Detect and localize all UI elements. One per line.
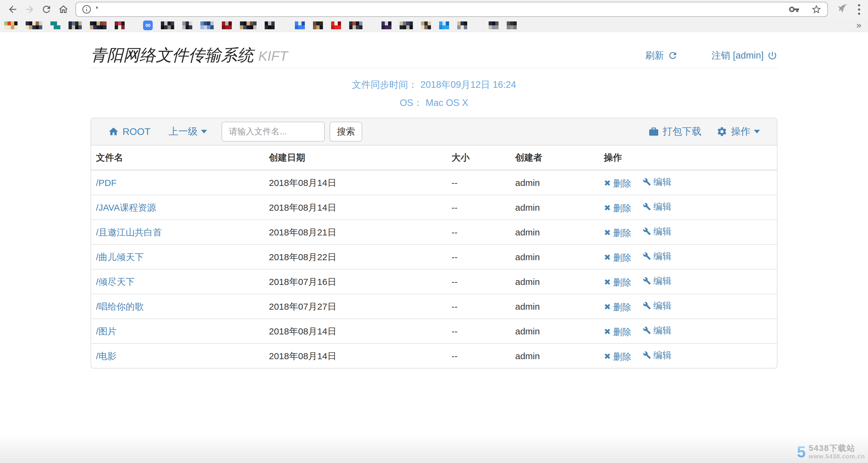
reload-button[interactable] bbox=[38, 1, 55, 18]
search-input[interactable] bbox=[221, 122, 325, 142]
delete-link[interactable]: ✖ 删除 bbox=[604, 302, 631, 312]
briefcase-icon bbox=[648, 126, 659, 137]
bookmark-item[interactable] bbox=[349, 22, 363, 29]
col-header-created-date: 创建日期 bbox=[264, 146, 447, 170]
chevron-down-icon bbox=[754, 130, 760, 133]
bookmark-item[interactable] bbox=[51, 22, 60, 29]
delete-link[interactable]: ✖ 删除 bbox=[604, 277, 631, 288]
os-label: OS： bbox=[400, 97, 423, 108]
edit-link[interactable]: 编辑 bbox=[643, 350, 672, 360]
bookmark-item[interactable] bbox=[200, 22, 214, 29]
bookmark-item[interactable] bbox=[222, 22, 232, 29]
bookmark-item[interactable] bbox=[240, 22, 256, 29]
bookmark-item[interactable]: 00 bbox=[143, 21, 153, 30]
parent-dir-button[interactable]: 上一级 bbox=[168, 125, 207, 138]
parent-dir-label: 上一级 bbox=[168, 125, 197, 138]
size-cell: -- bbox=[447, 319, 510, 343]
bookmark-item[interactable] bbox=[331, 22, 341, 29]
package-download-button[interactable]: 打包下载 bbox=[648, 125, 702, 138]
bottom-fade bbox=[0, 434, 868, 463]
file-name-link[interactable]: /PDF bbox=[96, 178, 117, 188]
edit-link[interactable]: 编辑 bbox=[643, 226, 672, 237]
edit-link[interactable]: 编辑 bbox=[643, 201, 672, 212]
home-button[interactable] bbox=[55, 1, 72, 18]
edit-link[interactable]: 编辑 bbox=[643, 300, 672, 311]
refresh-link[interactable]: 刷新 bbox=[645, 49, 678, 62]
root-button[interactable]: ROOT bbox=[108, 126, 150, 137]
wrench-icon bbox=[643, 351, 651, 359]
bookmark-item[interactable] bbox=[26, 22, 42, 29]
delete-x-icon: ✖ bbox=[604, 179, 611, 187]
password-key-icon[interactable] bbox=[788, 4, 800, 15]
file-browser-panel: ROOT 上一级 搜索 打包下载 操作 bbox=[91, 118, 777, 369]
site-watermark: 5 5438下载站 www.5438.com.cn bbox=[797, 444, 865, 459]
bookmark-item[interactable] bbox=[115, 22, 125, 29]
file-name-link[interactable]: /图片 bbox=[96, 326, 117, 336]
back-button[interactable] bbox=[4, 1, 21, 18]
wrench-icon bbox=[643, 326, 651, 334]
forward-arrow-icon bbox=[24, 4, 35, 15]
edit-link[interactable]: 编辑 bbox=[643, 177, 672, 187]
wrench-icon bbox=[643, 277, 651, 285]
bookmarks-bar: 00 » bbox=[0, 19, 868, 32]
edit-link[interactable]: 编辑 bbox=[643, 251, 672, 261]
col-header-size: 大小 bbox=[447, 146, 510, 170]
bookmark-item[interactable] bbox=[489, 22, 499, 29]
bookmark-item[interactable] bbox=[507, 22, 517, 29]
bookmark-item[interactable] bbox=[265, 22, 275, 29]
delete-link[interactable]: ✖ 删除 bbox=[604, 327, 631, 337]
delete-link[interactable]: ✖ 删除 bbox=[604, 203, 631, 213]
info-icon[interactable] bbox=[82, 4, 92, 14]
operations-button[interactable]: 操作 bbox=[716, 125, 760, 138]
address-bar[interactable]: ' bbox=[75, 2, 828, 17]
edit-link[interactable]: 编辑 bbox=[643, 276, 672, 286]
created-date-cell: 2018年08月22日 bbox=[264, 245, 447, 269]
site-name: 青阳网络文件传输系统 bbox=[91, 46, 253, 64]
home-icon bbox=[58, 4, 69, 15]
bookmark-item[interactable] bbox=[457, 22, 467, 29]
browser-menu-icon[interactable] bbox=[858, 4, 860, 15]
file-name-link[interactable]: /唱给你的歌 bbox=[96, 302, 144, 311]
bookmark-item[interactable] bbox=[90, 22, 106, 29]
file-name-link[interactable]: /JAVA课程资源 bbox=[96, 203, 156, 213]
creator-cell: admin bbox=[510, 170, 599, 195]
edit-label: 编辑 bbox=[653, 300, 672, 311]
file-name-link[interactable]: /且邀江山共白首 bbox=[96, 227, 162, 237]
refresh-icon bbox=[668, 51, 678, 61]
bookmark-item[interactable] bbox=[421, 22, 431, 29]
edit-link[interactable]: 编辑 bbox=[643, 325, 672, 336]
bookmark-item[interactable] bbox=[313, 22, 323, 29]
file-name-link[interactable]: /倾尽天下 bbox=[96, 277, 134, 287]
bookmark-item[interactable] bbox=[400, 22, 413, 29]
forward-button[interactable] bbox=[21, 1, 38, 18]
delete-link[interactable]: ✖ 删除 bbox=[604, 252, 631, 263]
logout-link[interactable]: 注销 [admin] bbox=[712, 49, 777, 62]
bookmark-item[interactable] bbox=[182, 22, 192, 29]
creator-cell: admin bbox=[510, 220, 599, 245]
file-name-link[interactable]: /曲儿倾天下 bbox=[96, 252, 144, 262]
table-header-row: 文件名 创建日期 大小 创建者 操作 bbox=[91, 146, 777, 170]
power-icon bbox=[767, 51, 777, 61]
delete-link[interactable]: ✖ 删除 bbox=[604, 351, 631, 362]
delete-label: 删除 bbox=[613, 252, 631, 263]
delete-link[interactable]: ✖ 删除 bbox=[604, 227, 631, 238]
bookmark-item[interactable] bbox=[68, 22, 82, 29]
bookmark-item[interactable] bbox=[439, 22, 449, 29]
bookmark-item[interactable] bbox=[381, 22, 392, 29]
page-title: 青阳网络文件传输系统KIFT bbox=[91, 45, 288, 66]
bookmark-item[interactable] bbox=[161, 22, 174, 29]
bookmark-item[interactable] bbox=[295, 22, 305, 29]
table-row: /唱给你的歌 2018年07月27日 -- admin ✖ 删除 编辑 bbox=[91, 294, 777, 319]
bookmarks-overflow-chevron[interactable]: » bbox=[856, 20, 861, 30]
delete-link[interactable]: ✖ 删除 bbox=[604, 178, 631, 189]
created-date-cell: 2018年08月14日 bbox=[264, 170, 447, 195]
created-date-cell: 2018年08月14日 bbox=[264, 319, 447, 343]
hummingbird-extension-icon[interactable] bbox=[836, 3, 849, 16]
bookmark-item[interactable] bbox=[4, 22, 18, 29]
col-header-filename: 文件名 bbox=[91, 146, 264, 170]
file-name-link[interactable]: /电影 bbox=[96, 351, 117, 361]
bookmark-star-icon[interactable] bbox=[811, 4, 822, 15]
search-button[interactable]: 搜索 bbox=[330, 122, 362, 142]
reload-icon bbox=[41, 4, 52, 15]
table-row: /JAVA课程资源 2018年08月14日 -- admin ✖ 删除 编辑 bbox=[91, 195, 777, 220]
